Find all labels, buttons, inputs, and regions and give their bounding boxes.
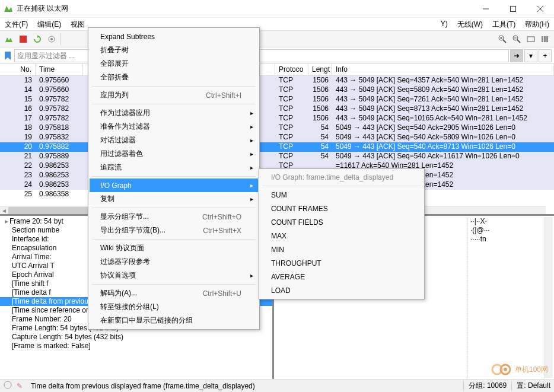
menu-item[interactable]: 准备作为过滤器	[90, 120, 258, 133]
menu-item[interactable]: 转至链接的分组(L)	[90, 300, 258, 314]
menu-item[interactable]: 导出分组字节流(B)...Ctrl+Shift+X	[90, 224, 258, 237]
close-button[interactable]	[527, 0, 554, 18]
svg-rect-15	[542, 36, 543, 42]
submenu-item[interactable]: COUNT FRAMES	[260, 202, 423, 215]
menu-item[interactable]: 应用为列Ctrl+Shift+I	[90, 88, 258, 102]
stop-capture-icon[interactable]	[17, 33, 30, 46]
filter-bar: ➜ ▾ +	[0, 47, 554, 64]
menu-file[interactable]: 文件(F)	[0, 18, 33, 30]
io-graph-submenu[interactable]: I/O Graph: frame.time_delta_displayed SU…	[259, 168, 425, 299]
menu-tools[interactable]: 工具(T)	[488, 18, 520, 30]
submenu-item[interactable]: MIN	[260, 243, 423, 256]
detail-line[interactable]: [Frame is marked: False]	[0, 342, 272, 350]
expert-info-icon[interactable]	[4, 381, 12, 391]
svg-point-21	[504, 368, 507, 371]
menu-view[interactable]: 视图	[66, 18, 90, 30]
packet-row[interactable]: 190.975832TCP545049 → 443 [ACK] Seq=540 …	[0, 133, 554, 142]
menu-item[interactable]: 显示分组字节...Ctrl+Shift+O	[90, 210, 258, 224]
packet-row[interactable]: 160.975782TCP1506443 → 5049 [ACK] Seq=87…	[0, 104, 554, 114]
menu-item[interactable]: 用过滤器着色	[90, 147, 258, 161]
menu-help[interactable]: 帮助(H)	[520, 18, 554, 30]
submenu-item[interactable]: AVERAGE	[260, 270, 423, 283]
packet-row[interactable]: 180.975818TCP545049 → 443 [ACK] Seq=540 …	[0, 123, 554, 133]
ascii-line: ··|··X·	[470, 217, 545, 226]
col-len[interactable]: Lengt	[308, 64, 332, 75]
maximize-button[interactable]	[499, 0, 527, 18]
titlebar: 正在捕获 以太网	[0, 0, 554, 18]
filter-bookmark-icon[interactable]	[2, 50, 13, 61]
svg-rect-17	[546, 36, 548, 42]
menu-item[interactable]: 解码为(A)...Ctrl+Shift+U	[90, 286, 258, 300]
resize-columns-icon[interactable]	[539, 33, 552, 46]
packet-row[interactable]: 210.975889TCP545049 → 443 [ACK] Seq=540 …	[0, 152, 554, 161]
svg-rect-1	[511, 6, 516, 11]
col-no[interactable]: No.	[0, 64, 36, 75]
restart-capture-icon[interactable]	[31, 33, 44, 46]
packet-row[interactable]: 150.975782TCP1506443 → 5049 [ACK] Seq=72…	[0, 95, 554, 104]
submenu-item[interactable]: MAX	[260, 229, 423, 243]
col-time[interactable]: Time	[36, 64, 83, 75]
svg-rect-4	[20, 36, 27, 43]
submenu-item[interactable]: LOAD	[260, 283, 423, 297]
filter-add-button[interactable]: +	[539, 49, 552, 62]
menu-wireless[interactable]: 无线(W)	[453, 18, 488, 30]
menu-item[interactable]: 过滤器字段参考	[90, 255, 258, 269]
start-capture-icon[interactable]	[2, 33, 15, 46]
packet-row[interactable]: 200.975882TCP545049 → 443 [ACK] Seq=540 …	[0, 142, 554, 152]
packet-list-header: No. Time Protoco Lengt Info	[0, 64, 554, 76]
submenu-title: I/O Graph: frame.time_delta_displayed	[260, 171, 423, 184]
packet-row[interactable]: 170.975782TCP1506443 → 5049 [ACK] Seq=10…	[0, 114, 554, 123]
submenu-item[interactable]: SUM	[260, 188, 423, 202]
svg-point-18	[4, 381, 11, 388]
window-title: 正在捕获 以太网	[17, 4, 472, 14]
menu-item[interactable]: 作为过滤器应用	[90, 106, 258, 120]
capture-options-icon[interactable]	[45, 33, 58, 46]
filter-apply-button[interactable]: ➜	[510, 49, 523, 62]
menu-edit[interactable]: 编辑(E)	[33, 18, 66, 30]
svg-line-12	[517, 40, 520, 43]
submenu-item[interactable]: THROUGHPUT	[260, 256, 423, 270]
menu-item[interactable]: Wiki 协议页面	[90, 241, 258, 255]
svg-rect-16	[544, 36, 546, 42]
status-field: Time delta from previous displayed frame…	[27, 382, 459, 390]
packet-row[interactable]: 140.975660TCP1506443 → 5049 [ACK] Seq=58…	[0, 85, 554, 95]
menu-item[interactable]: Expand Subtrees	[90, 30, 258, 43]
menu-item[interactable]: 折叠子树	[90, 43, 258, 57]
zoom-in-icon[interactable]	[496, 33, 509, 46]
watermark-icon	[491, 362, 512, 377]
status-packets: 分组: 10069	[469, 381, 507, 391]
ascii-line: ·····tn	[470, 235, 545, 244]
status-bar: ✎ Time delta from previous displayed fra…	[0, 379, 554, 392]
svg-point-6	[50, 38, 53, 40]
context-menu[interactable]: Expand Subtrees折叠子树全部展开全部折叠应用为列Ctrl+Shif…	[88, 27, 260, 330]
menu-item[interactable]: 追踪流	[90, 161, 258, 174]
menu-item[interactable]: 全部展开	[90, 57, 258, 71]
submenu-item[interactable]: COUNT FIELDS	[260, 215, 423, 229]
detail-line[interactable]: Capture Length: 54 bytes (432 bits)	[0, 333, 272, 342]
col-proto[interactable]: Protoco	[275, 64, 308, 75]
status-profile[interactable]: 置: Default	[517, 381, 550, 391]
zoom-reset-icon[interactable]	[524, 33, 537, 46]
menu-item[interactable]: 对话过滤器	[90, 133, 258, 147]
wireshark-logo-icon	[4, 4, 13, 14]
svg-rect-14	[527, 37, 534, 42]
col-info[interactable]: Info	[332, 64, 554, 75]
menu-item[interactable]: 在新窗口中显示已链接的分组	[90, 314, 258, 327]
edit-icon[interactable]: ✎	[17, 382, 23, 390]
filter-dropdown-button[interactable]: ▾	[524, 49, 537, 62]
menu-item[interactable]: I/O Graph	[90, 179, 258, 192]
menubar: 文件(F) 编辑(E) 视图 Y) 无线(W) 工具(T) 帮助(H)	[0, 18, 554, 31]
menu-item[interactable]: 全部折叠	[90, 71, 258, 84]
menu-item[interactable]: 复制	[90, 192, 258, 206]
menu-item[interactable]: 协议首选项	[90, 269, 258, 282]
zoom-out-icon[interactable]	[510, 33, 523, 46]
toolbar	[0, 31, 554, 47]
menu-y[interactable]: Y)	[436, 18, 453, 30]
minimize-button[interactable]	[472, 0, 499, 18]
ascii-line: ·(|@···	[470, 226, 545, 235]
packet-row[interactable]: 130.975660TCP1506443 → 5049 [ACK] Seq=43…	[0, 76, 554, 85]
v-scrollbar[interactable]	[545, 217, 553, 378]
svg-line-8	[503, 40, 506, 43]
watermark: 单机100网	[491, 362, 548, 377]
